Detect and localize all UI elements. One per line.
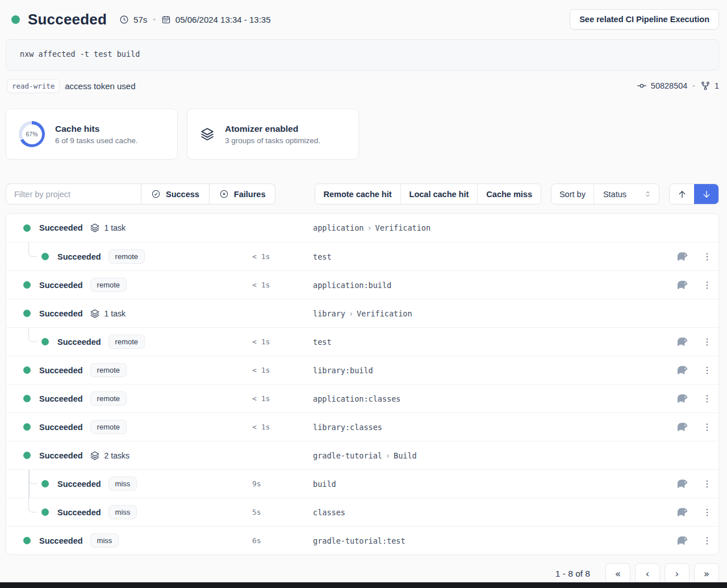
task-duration: 9s — [252, 479, 261, 488]
table-row[interactable]: Succeeded1 tasklibrary›Verification — [6, 299, 718, 327]
target-group-name: Verification — [375, 223, 431, 232]
table-row[interactable]: Succeededremote< 1sapplication:classes⋮ — [6, 384, 718, 412]
kebab-menu-icon[interactable]: ⋮ — [703, 394, 708, 403]
project-name: application — [313, 223, 364, 232]
sort-group: Sort by Status — [551, 184, 659, 205]
group-project-path: gradle-tutorial›Build — [313, 451, 417, 460]
task-name: build — [313, 479, 336, 489]
success-filter-label: Success — [166, 190, 199, 199]
cache-hits-card[interactable]: 67% Cache hits 6 of 9 tasks used cache. — [6, 109, 178, 160]
chevron-right-icon: › — [367, 223, 371, 232]
filter-right-group: Remote cache hit Local cache hit Cache m… — [315, 184, 720, 205]
next-page-button[interactable]: › — [665, 563, 690, 585]
kebab-menu-icon[interactable]: ⋮ — [703, 252, 708, 261]
task-status-label: Succeeded — [57, 479, 101, 489]
table-row[interactable]: Succeeded1 taskapplication›Verification — [6, 214, 718, 242]
table-row[interactable]: Succeededmiss9sbuild⋮ — [6, 469, 718, 498]
access-token-badge: read-write — [7, 79, 60, 93]
gradle-icon[interactable] — [676, 336, 688, 347]
group-project-path: library›Verification — [313, 309, 412, 318]
table-row[interactable]: Succeededmiss6sgradle-tutorial:test⋮ — [6, 526, 718, 554]
success-filter-button[interactable]: Success — [141, 184, 210, 205]
table-row[interactable]: Succeededremote< 1stest⋮ — [6, 242, 718, 270]
task-duration: < 1s — [252, 366, 270, 374]
kebab-menu-icon[interactable]: ⋮ — [703, 281, 708, 290]
branch-count: 1 — [715, 81, 719, 90]
row-status-group: Succeeded1 task — [6, 223, 126, 233]
sort-descending-button[interactable] — [694, 184, 718, 204]
status-dot — [41, 253, 49, 260]
row-status-group: Succeededmiss — [6, 505, 137, 519]
tree-connector-elbow — [28, 328, 37, 342]
gradle-icon[interactable] — [676, 535, 688, 546]
table-row[interactable]: Succeededremote< 1slibrary:classes⋮ — [6, 412, 718, 441]
project-name: gradle-tutorial — [313, 451, 382, 460]
remote-cache-hit-button[interactable]: Remote cache hit — [315, 184, 401, 204]
gradle-icon[interactable] — [676, 365, 688, 376]
window-bottom-bar — [0, 582, 727, 588]
gradle-icon[interactable] — [676, 280, 688, 290]
group-project-path: application›Verification — [313, 223, 431, 232]
kebab-menu-icon[interactable]: ⋮ — [703, 337, 708, 347]
row-actions: ⋮ — [676, 251, 708, 262]
row-actions: ⋮ — [676, 280, 708, 290]
table-row[interactable]: Succeededmiss5sclasses⋮ — [6, 498, 718, 526]
cache-hits-subtitle: 6 of 9 tasks used cache. — [55, 136, 138, 145]
commit-id[interactable]: 50828504 — [651, 81, 688, 90]
task-duration: < 1s — [252, 394, 270, 403]
cache-status-badge: miss — [108, 505, 137, 519]
gradle-icon[interactable] — [676, 393, 688, 404]
gradle-icon[interactable] — [676, 478, 688, 489]
last-page-button[interactable]: » — [694, 563, 719, 585]
row-actions: ⋮ — [676, 478, 708, 489]
prev-page-button[interactable]: ‹ — [635, 563, 660, 585]
gradle-icon[interactable] — [676, 251, 688, 262]
status-dot — [23, 423, 31, 431]
cache-status-badge: miss — [90, 533, 119, 548]
tree-connector-elbow — [28, 470, 37, 484]
task-duration: < 1s — [252, 337, 270, 346]
sort-ascending-button[interactable] — [670, 184, 694, 204]
run-date-range: 05/06/2024 13:34 - 13:35 — [176, 15, 271, 24]
branch-icon — [700, 81, 711, 91]
atomizer-subtitle: 3 groups of tasks optimized. — [225, 136, 320, 145]
kebab-menu-icon[interactable]: ⋮ — [703, 536, 708, 545]
group-task-count: 2 tasks — [105, 451, 129, 460]
meta-separator: • — [153, 15, 156, 24]
table-row[interactable]: Succeededremote< 1slibrary:build⋮ — [6, 356, 718, 384]
sort-select[interactable]: Status — [594, 184, 659, 204]
kebab-menu-icon[interactable]: ⋮ — [703, 479, 708, 489]
gradle-icon[interactable] — [676, 422, 688, 432]
status-dot — [23, 224, 31, 232]
project-filter-group: Success Failures — [6, 184, 275, 205]
task-status-label: Succeeded — [39, 451, 83, 460]
row-status-group: Succeededmiss — [6, 533, 119, 548]
task-status-label: Succeeded — [39, 281, 83, 290]
check-circle-icon — [151, 189, 161, 199]
atomizer-card[interactable]: Atomizer enabled 3 groups of tasks optim… — [187, 109, 359, 160]
pagination: 1 - 8 of 8 « ‹ › » — [6, 563, 719, 585]
table-row[interactable]: Succeededremote< 1sapplication:build⋮ — [6, 270, 718, 299]
status-dot — [23, 537, 31, 544]
commit-icon — [637, 81, 647, 91]
failures-filter-label: Failures — [234, 190, 266, 199]
task-status-label: Succeeded — [57, 508, 101, 517]
failures-filter-button[interactable]: Failures — [210, 184, 276, 205]
cache-miss-button[interactable]: Cache miss — [478, 184, 541, 204]
first-page-button[interactable]: « — [605, 563, 630, 585]
gradle-icon[interactable] — [676, 507, 688, 518]
row-status-group: Succeededremote — [6, 420, 127, 434]
kebab-menu-icon[interactable]: ⋮ — [703, 366, 708, 375]
kebab-menu-icon[interactable]: ⋮ — [703, 508, 708, 517]
local-cache-hit-button[interactable]: Local cache hit — [401, 184, 478, 204]
table-row[interactable]: Succeeded2 tasksgradle-tutorial›Build — [6, 441, 718, 469]
kebab-menu-icon[interactable]: ⋮ — [703, 423, 708, 432]
cache-status-badge: remote — [108, 335, 145, 349]
row-actions: ⋮ — [676, 422, 708, 432]
see-related-pipeline-button[interactable]: See related CI Pipeline Execution — [570, 9, 719, 30]
task-duration: 6s — [252, 536, 261, 545]
cache-status-badge: remote — [108, 249, 145, 264]
table-row[interactable]: Succeededremote< 1stest⋮ — [6, 327, 718, 356]
filter-by-project-input[interactable] — [6, 184, 141, 205]
status-dot — [23, 395, 31, 402]
